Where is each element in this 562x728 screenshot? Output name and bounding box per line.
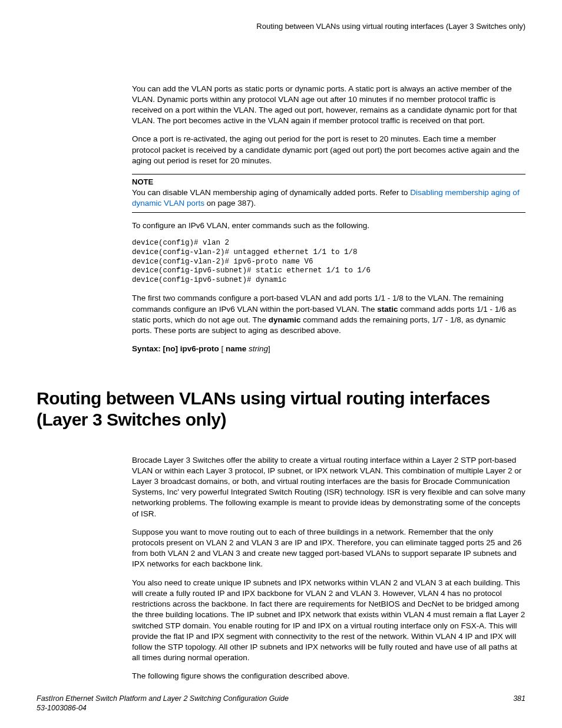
syntax-line: Syntax: [no] ipv6-proto [ name string] <box>132 344 525 354</box>
paragraph: You can add the VLAN ports as static por… <box>132 84 525 127</box>
note-block: NOTE You can disable VLAN membership agi… <box>132 174 525 213</box>
footer-guide-title: FastIron Ethernet Switch Platform and La… <box>37 694 289 703</box>
paragraph: Suppose you want to move routing out to … <box>132 527 525 570</box>
syntax-param: string <box>249 344 268 353</box>
section-heading: Routing between VLANs using virtual rout… <box>37 388 525 430</box>
paragraph: Brocade Layer 3 Switches offer the abili… <box>132 455 525 519</box>
bold-text: static <box>377 305 398 314</box>
page-footer: FastIron Ethernet Switch Platform and La… <box>37 694 525 713</box>
note-text-part: You can disable VLAN membership aging of… <box>132 188 410 197</box>
syntax-prefix: Syntax: [no] ipv6-proto <box>132 344 222 353</box>
code-block: device(config)# vlan 2 device(config-vla… <box>132 239 525 285</box>
note-text: You can disable VLAN membership aging of… <box>132 187 525 209</box>
syntax-keyword: name <box>226 344 249 353</box>
page-header-title: Routing between VLANs using virtual rout… <box>37 21 525 32</box>
paragraph: The first two commands configure a port-… <box>132 293 525 336</box>
note-text-part: on page 387). <box>204 199 256 207</box>
paragraph: To configure an IPv6 VLAN, enter command… <box>132 220 525 231</box>
syntax-bracket: [ <box>222 344 226 353</box>
syntax-bracket: ] <box>268 344 270 353</box>
footer-doc-number: 53-1003086-04 <box>37 703 289 713</box>
footer-page-number: 381 <box>513 694 525 713</box>
paragraph: Once a port is re-activated, the aging o… <box>132 134 525 166</box>
note-label: NOTE <box>132 177 525 187</box>
paragraph: The following figure shows the configura… <box>132 671 525 681</box>
paragraph: You also need to create unique IP subnet… <box>132 578 525 664</box>
bold-text: dynamic <box>269 315 301 324</box>
